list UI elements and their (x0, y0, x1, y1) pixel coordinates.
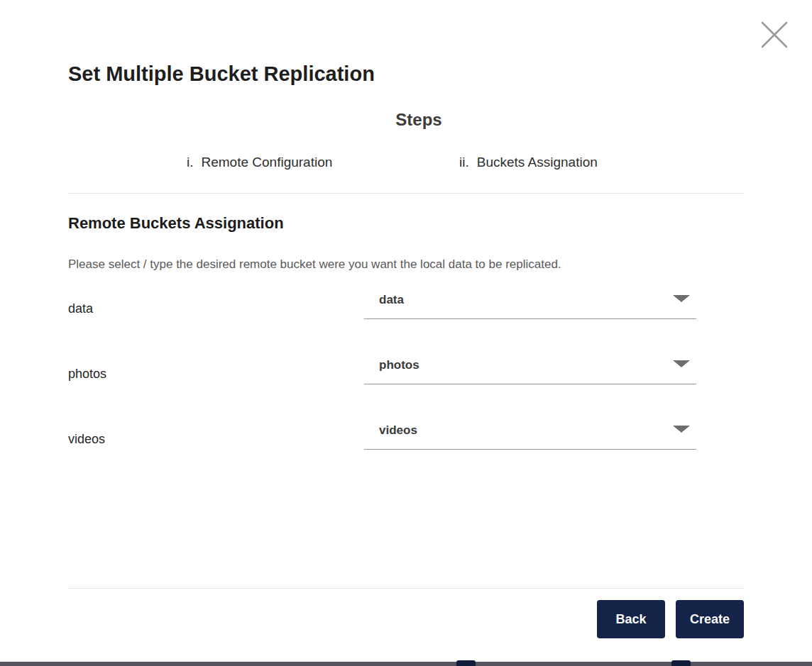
step-buckets-assignation: ii. Buckets Assignation (459, 155, 598, 170)
back-button[interactable]: Back (597, 600, 665, 638)
close-icon (760, 21, 789, 52)
local-bucket-label: photos (68, 367, 106, 382)
footer-divider (68, 588, 744, 589)
remote-bucket-select-photos[interactable]: photos (364, 353, 696, 384)
background-element (456, 660, 476, 666)
section-description: Please select / type the desired remote … (68, 257, 561, 272)
select-value: videos (379, 423, 417, 438)
bucket-row: videos videos (68, 418, 744, 450)
background-element (671, 660, 691, 666)
local-bucket-label: videos (68, 432, 105, 447)
create-button[interactable]: Create (676, 600, 744, 638)
bucket-row: data data (68, 288, 744, 320)
select-value: data (379, 293, 404, 307)
step-label: Remote Configuration (202, 155, 333, 170)
remote-bucket-select-videos[interactable]: videos (364, 418, 696, 450)
triangle-down-icon (673, 426, 690, 433)
bucket-row: photos photos (68, 353, 744, 385)
modal-title: Set Multiple Bucket Replication (68, 62, 375, 86)
steps-heading: Steps (68, 110, 769, 130)
step-marker: ii. (459, 155, 469, 170)
close-button[interactable] (759, 21, 789, 51)
select-value: photos (379, 358, 419, 372)
step-label: Buckets Assignation (477, 155, 598, 170)
step-marker: i. (187, 155, 194, 170)
step-remote-configuration: i. Remote Configuration (187, 155, 332, 170)
remote-bucket-select-data[interactable]: data (364, 288, 696, 319)
replication-modal: Set Multiple Bucket Replication Steps i.… (0, 0, 812, 666)
section-heading: Remote Buckets Assignation (68, 214, 284, 233)
steps-divider (68, 193, 744, 194)
local-bucket-label: data (68, 301, 93, 316)
triangle-down-icon (673, 360, 690, 367)
triangle-down-icon (673, 295, 690, 302)
